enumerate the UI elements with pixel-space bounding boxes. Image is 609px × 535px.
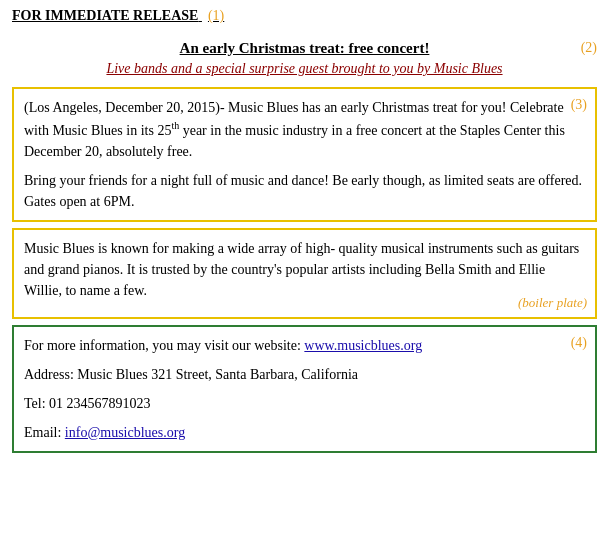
boiler-text: Music Blues is known for making a wide a…	[24, 238, 585, 301]
contact-address: Address: Music Blues 321 Street, Santa B…	[24, 367, 358, 382]
contact-website-pre: For more information, you may visit our …	[24, 338, 304, 353]
body-paragraph-2: Bring your friends for a night full of m…	[24, 170, 585, 212]
contact-box: (4) For more information, you may visit …	[12, 325, 597, 453]
contact-badge: (4)	[571, 335, 587, 351]
article-title: An early Christmas treat: free concert!	[12, 40, 597, 57]
title-section: An early Christmas treat: free concert! …	[12, 40, 597, 57]
contact-email-line: Email: info@musicblues.org	[24, 422, 585, 443]
for-immediate-release-text: FOR IMMEDIATE RELEASE	[12, 8, 198, 23]
article-subtitle: Live bands and a special surprise guest …	[12, 61, 597, 77]
contact-email-link[interactable]: info@musicblues.org	[65, 425, 185, 440]
contact-address-line: Address: Music Blues 321 Street, Santa B…	[24, 364, 585, 385]
body-paragraph-1: (Los Angeles, December 20, 2015)- Music …	[24, 97, 585, 162]
title-badge: (2)	[581, 40, 597, 56]
contact-tel: Tel: 01 234567891023	[24, 393, 585, 414]
boiler-label: (boiler plate)	[518, 295, 587, 311]
contact-email-pre: Email:	[24, 425, 65, 440]
header-label: FOR IMMEDIATE RELEASE (1)	[12, 8, 597, 24]
boiler-box: Music Blues is known for making a wide a…	[12, 228, 597, 319]
contact-website-line: For more information, you may visit our …	[24, 335, 585, 356]
body-box: (3) (Los Angeles, December 20, 2015)- Mu…	[12, 87, 597, 222]
header-badge: (1)	[208, 8, 224, 23]
contact-website-link[interactable]: www.musicblues.org	[304, 338, 422, 353]
body-box-badge: (3)	[571, 97, 587, 113]
